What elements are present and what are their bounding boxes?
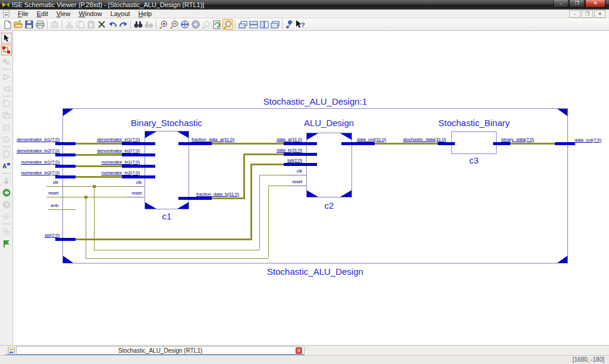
menu-layout[interactable]: Layout [106, 10, 134, 18]
net-numerator-in2-wire[interactable] [76, 176, 122, 178]
menu-file[interactable]: File [14, 10, 33, 18]
net-sel-wire-h2[interactable] [250, 164, 284, 165]
net-clk-wire-v2[interactable] [259, 175, 260, 250]
tab-stochastic-alu-design[interactable]: Stochastic_ALU_Design (RTL1) ✕ [16, 346, 304, 354]
zoom-full-view-button[interactable] [180, 19, 190, 30]
menu-view[interactable]: View [52, 10, 75, 18]
view-history-button[interactable] [1, 211, 12, 222]
net-data-out31-wire[interactable] [375, 143, 438, 145]
net-reset-wire-v1[interactable] [86, 197, 86, 258]
find-again-button-disabled[interactable] [143, 19, 154, 30]
page-view-button[interactable] [1, 149, 12, 159]
minimize-button[interactable]: – [553, 0, 569, 8]
open-button[interactable] [13, 19, 24, 30]
net-clk-left[interactable] [46, 186, 125, 187]
schematic-trace-button[interactable] [1, 45, 12, 55]
net-sel-wire-v[interactable] [250, 164, 252, 240]
port-label-denominator-in1: denominator_in1(7:0) [15, 137, 59, 142]
schematic-doc-icon [8, 347, 15, 354]
port-stub-denominator-in2[interactable] [55, 153, 76, 156]
tile-horizontal-button[interactable] [248, 19, 259, 30]
tile-vertical-icon [260, 21, 269, 29]
net-reset-wire-h2[interactable] [86, 258, 268, 259]
menu-edit[interactable]: Edit [33, 10, 52, 18]
tab-close-button[interactable]: ✕ [296, 347, 302, 354]
port-stub-denominator-in1[interactable] [55, 142, 76, 145]
port-stub-data-out[interactable] [555, 142, 575, 145]
add-marker-button[interactable] [1, 238, 12, 249]
disabled-tool-a[interactable] [1, 122, 12, 133]
context-help-button[interactable]: ? [295, 19, 306, 30]
net-reset-wire-v2[interactable] [268, 186, 269, 258]
open-folder-icon [14, 20, 23, 29]
print-button[interactable] [34, 19, 45, 30]
maximize-button[interactable]: ❐ [569, 0, 585, 8]
port-stub-numerator-in1[interactable] [55, 165, 76, 168]
port-stub-numerator-in2[interactable] [55, 175, 76, 178]
net-fraction-data-a-wire[interactable] [212, 143, 284, 145]
menu-help[interactable]: Help [134, 10, 156, 18]
c3-pin-binary-data [493, 142, 510, 145]
net-binary-data-wire[interactable] [510, 143, 555, 145]
net-fraction-data-b-wire-v[interactable] [243, 154, 245, 199]
redo-button[interactable] [118, 19, 128, 30]
select-pointer-button[interactable] [1, 33, 12, 43]
zoom-box-icon [191, 20, 200, 29]
regenerate-view-button[interactable] [212, 19, 222, 30]
net-clk-wire-h2[interactable] [94, 250, 259, 250]
net-clk-wire-v1[interactable] [94, 186, 95, 250]
c2-pin-data-out [341, 142, 375, 145]
c1-corner-tr-icon [177, 131, 189, 138]
zoom-cone-in-button[interactable] [1, 71, 12, 82]
show-windows-button[interactable] [1, 226, 12, 237]
port-stub-sel[interactable] [55, 238, 76, 241]
schematic-canvas[interactable]: Stochastic_ALU_Design:1 Stochastic_ALU_D… [13, 31, 609, 345]
close-button[interactable]: ✕ [585, 0, 605, 8]
net-fraction-data-b-wire-h1[interactable] [212, 197, 243, 199]
undo-button[interactable] [107, 19, 118, 30]
view-sheets-button[interactable] [1, 110, 12, 121]
layer-windows-button[interactable] [269, 19, 280, 30]
cascade-windows-button[interactable] [237, 19, 248, 30]
process-gears-button[interactable] [1, 57, 12, 67]
preferences-button[interactable] [284, 19, 295, 30]
zoom-area-tool-active[interactable] [222, 19, 233, 30]
cone-left-icon [3, 86, 10, 92]
c1-pin-numerator-in2 [122, 175, 155, 178]
net-denominator-in1-wire[interactable] [76, 143, 122, 145]
zoom-cone-out-button[interactable] [1, 83, 12, 94]
mdi-minimize-button[interactable]: – [569, 10, 580, 18]
go-back-button[interactable] [1, 187, 12, 198]
boundary-corner-tl-icon [63, 109, 73, 116]
net-fraction-data-b-wire-h2[interactable] [243, 153, 284, 155]
export-button-disabled[interactable] [49, 19, 60, 30]
tile-vertical-button[interactable] [259, 19, 269, 30]
net-denominator-in2-wire[interactable] [76, 154, 122, 156]
delete-button[interactable] [96, 19, 107, 30]
save-button[interactable] [24, 19, 34, 30]
zoom-in-button[interactable] [158, 19, 169, 30]
tool-sidebar: A [0, 31, 13, 345]
find-button[interactable] [133, 19, 143, 30]
cut-button-disabled[interactable] [64, 19, 75, 30]
new-button[interactable] [2, 19, 13, 30]
paste-button-disabled[interactable] [86, 19, 96, 30]
mdi-close-button[interactable]: ✕ [594, 10, 605, 18]
top-instance-title: Stochastic_ALU_Design:1 [62, 96, 568, 106]
zoom-to-box-button[interactable] [190, 19, 201, 30]
zoom-out-button[interactable] [169, 19, 180, 30]
net-sel-wire-h1[interactable] [76, 239, 250, 240]
push-into-button[interactable] [1, 175, 12, 186]
net-enb[interactable] [48, 209, 76, 210]
copy-button-disabled[interactable] [75, 19, 86, 30]
zoom-tool-button-disabled[interactable] [201, 19, 212, 30]
add-label-button[interactable]: A [1, 161, 12, 171]
menu-window[interactable]: Window [74, 10, 106, 18]
new-sheet-button[interactable] [1, 98, 12, 109]
c1-title: Binary_Stochastic [107, 118, 226, 128]
net-numerator-in1-wire[interactable] [76, 165, 122, 167]
mdi-restore-button[interactable]: ❐ [582, 10, 593, 18]
block-c3[interactable] [451, 131, 497, 154]
disabled-tool-b[interactable] [1, 134, 12, 145]
go-forward-button[interactable] [1, 199, 12, 210]
